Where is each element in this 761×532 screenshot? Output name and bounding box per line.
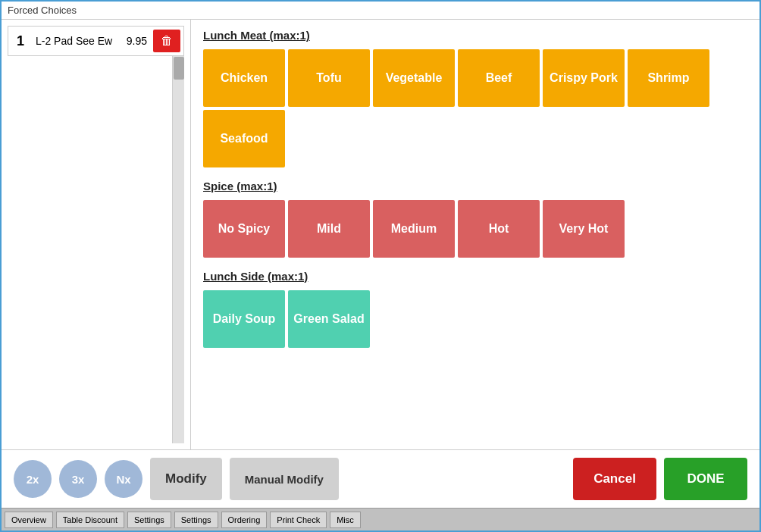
multiply-3x-button[interactable]: 3x [59, 460, 97, 498]
scrollbar-thumb[interactable] [174, 57, 184, 80]
taskbar-settings-1[interactable]: Settings [127, 512, 171, 528]
choice-hot[interactable]: Hot [458, 200, 540, 258]
taskbar-settings-2[interactable]: Settings [174, 512, 218, 528]
bottom-taskbar: Overview Table Discount Settings Setting… [2, 508, 759, 530]
window-title: Forced Choices [8, 5, 77, 16]
choice-mild[interactable]: Mild [288, 200, 370, 258]
delete-button[interactable]: 🗑 [153, 30, 180, 52]
choice-green-salad[interactable]: Green Salad [288, 290, 370, 348]
choice-very-hot[interactable]: Very Hot [543, 200, 625, 258]
trash-icon: 🗑 [161, 34, 173, 47]
choice-beef[interactable]: Beef [458, 49, 540, 107]
order-price: 9.95 [127, 35, 147, 47]
spice-grid: No Spicy Mild Medium Hot Very Hot [203, 200, 747, 258]
left-panel: 1 L-2 Pad See Ew 9.95 🗑 [2, 20, 191, 449]
choice-shrimp[interactable]: Shrimp [628, 49, 709, 107]
done-button[interactable]: DONE [664, 458, 747, 500]
section-lunch-side: Lunch Side (max:1) Daily Soup Green Sala… [203, 270, 747, 348]
choice-medium[interactable]: Medium [373, 200, 455, 258]
choice-crispy-pork[interactable]: Crispy Pork [543, 49, 625, 107]
order-name: L-2 Pad See Ew [36, 35, 121, 47]
right-panel: Lunch Meat (max:1) Chicken Tofu Vegetabl… [191, 20, 759, 449]
lunch-side-title: Lunch Side (max:1) [203, 270, 747, 283]
choice-no-spicy[interactable]: No Spicy [203, 200, 285, 258]
scroll-area [8, 56, 184, 443]
taskbar-misc[interactable]: Misc [330, 512, 361, 528]
bottom-bar: 2x 3x Nx Modify Manual Modify Cancel DON… [2, 449, 759, 508]
choice-chicken[interactable]: Chicken [203, 49, 285, 107]
main-area: 1 L-2 Pad See Ew 9.95 🗑 Lunch Meat (max:… [2, 20, 759, 449]
spice-title: Spice (max:1) [203, 180, 747, 192]
lunch-meat-title: Lunch Meat (max:1) [203, 29, 747, 42]
modify-button[interactable]: Modify [150, 458, 222, 500]
cancel-button[interactable]: Cancel [573, 458, 656, 500]
lunch-meat-grid: Chicken Tofu Vegetable Beef Crispy Pork … [203, 49, 747, 167]
lunch-side-grid: Daily Soup Green Salad [203, 290, 747, 348]
title-bar: Forced Choices [2, 2, 759, 20]
section-spice: Spice (max:1) No Spicy Mild Medium Hot V… [203, 180, 747, 258]
manual-modify-button[interactable]: Manual Modify [230, 458, 339, 500]
choice-seafood[interactable]: Seafood [203, 110, 285, 167]
choice-tofu[interactable]: Tofu [288, 49, 370, 107]
choice-vegetable[interactable]: Vegetable [373, 49, 455, 107]
multiply-2x-button[interactable]: 2x [14, 460, 52, 498]
taskbar-ordering[interactable]: Ordering [221, 512, 268, 528]
taskbar-print-check[interactable]: Print Check [270, 512, 327, 528]
taskbar-table-discount[interactable]: Table Discount [56, 512, 124, 528]
order-qty: 1 [11, 33, 30, 49]
scrollbar[interactable] [172, 56, 184, 443]
taskbar-overview[interactable]: Overview [5, 512, 53, 528]
main-window: Forced Choices 1 L-2 Pad See Ew 9.95 🗑 [0, 0, 761, 532]
order-item: 1 L-2 Pad See Ew 9.95 🗑 [8, 26, 184, 56]
choice-daily-soup[interactable]: Daily Soup [203, 290, 285, 348]
section-lunch-meat: Lunch Meat (max:1) Chicken Tofu Vegetabl… [203, 29, 747, 167]
multiply-nx-button[interactable]: Nx [105, 460, 142, 498]
